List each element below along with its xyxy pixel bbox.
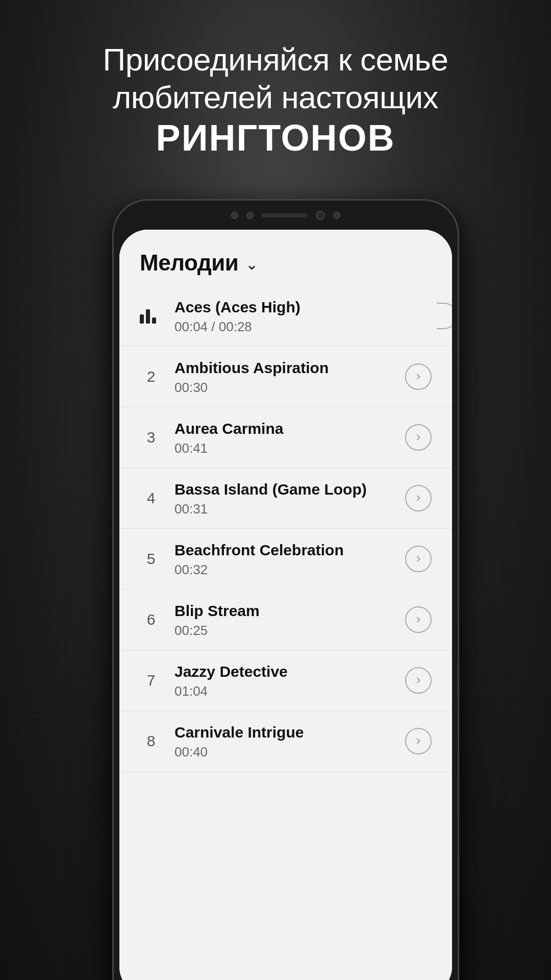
track-action[interactable]: [401, 667, 432, 694]
playing-icon: [140, 308, 162, 324]
track-info: Jazzy Detective 01:04: [162, 662, 401, 699]
track-action[interactable]: [401, 363, 432, 390]
play-button[interactable]: [405, 667, 432, 694]
track-duration: 00:25: [174, 623, 401, 639]
track-duration: 00:41: [174, 440, 401, 456]
bar1: [140, 314, 144, 324]
chevron-down-icon[interactable]: ⌄: [245, 255, 258, 273]
phone-outer: Мелодии ⌄ Aces (Aces High): [112, 199, 459, 980]
promo-section: Присоединяйся к семье любителей настоящи…: [0, 41, 551, 159]
track-duration: 00:04 / 00:28: [174, 319, 401, 335]
header-title-row[interactable]: Мелодии ⌄: [140, 250, 432, 276]
play-button[interactable]: [405, 424, 432, 451]
track-item[interactable]: 5 Beachfront Celebration 00:32: [119, 529, 452, 590]
track-info: Blip Stream 00:25: [162, 601, 401, 639]
play-button[interactable]: [405, 546, 432, 572]
track-number: 8: [140, 732, 162, 750]
track-item[interactable]: 3 Aurea Carmina 00:41: [119, 407, 452, 468]
track-info: Aces (Aces High) 00:04 / 00:28: [162, 297, 401, 335]
track-item[interactable]: 2 Ambitious Aspiration 00:30: [119, 347, 452, 407]
track-item[interactable]: 4 Bassa Island (Game Loop) 00:31: [119, 468, 452, 529]
speaker-bar: [262, 213, 308, 217]
play-button[interactable]: [405, 606, 432, 633]
track-number: 2: [140, 368, 162, 385]
camera-dot-right: [333, 212, 340, 219]
track-action[interactable]: [401, 606, 432, 633]
app-header: Мелодии ⌄: [119, 230, 452, 286]
play-button[interactable]: [405, 485, 432, 511]
track-duration: 01:04: [174, 683, 401, 699]
track-name: Blip Stream: [174, 601, 401, 621]
track-item[interactable]: 6 Blip Stream 00:25: [119, 590, 452, 650]
track-number: 4: [140, 489, 162, 507]
track-name: Ambitious Aspiration: [174, 358, 401, 378]
track-info: Carnivale Intrigue 00:40: [162, 722, 401, 760]
track-info: Aurea Carmina 00:41: [162, 419, 401, 456]
track-number: 5: [140, 550, 162, 568]
partial-action-button[interactable]: [437, 303, 452, 329]
track-duration: 00:30: [174, 380, 401, 396]
track-number: 3: [140, 429, 162, 446]
track-info: Bassa Island (Game Loop) 00:31: [162, 479, 401, 517]
front-camera: [316, 211, 325, 220]
camera-dot-main: [246, 212, 254, 219]
track-list: Aces (Aces High) 00:04 / 00:28 2 Ambitio…: [119, 286, 452, 772]
promo-line1: Присоединяйся к семье любителей настоящи…: [31, 41, 520, 117]
track-item[interactable]: Aces (Aces High) 00:04 / 00:28: [119, 286, 452, 347]
track-name: Aurea Carmina: [174, 419, 401, 438]
track-duration: 00:32: [174, 562, 401, 578]
bar3: [152, 317, 156, 324]
track-info: Ambitious Aspiration 00:30: [162, 358, 401, 396]
phone-screen: Мелодии ⌄ Aces (Aces High): [119, 230, 452, 980]
phone-notch: [194, 208, 378, 223]
app-content: Мелодии ⌄ Aces (Aces High): [119, 230, 452, 980]
track-number: 7: [140, 672, 162, 689]
track-action[interactable]: [401, 546, 432, 572]
track-action[interactable]: [401, 424, 432, 451]
track-name: Jazzy Detective: [174, 662, 401, 681]
track-action[interactable]: [401, 728, 432, 754]
track-name: Bassa Island (Game Loop): [174, 479, 401, 499]
track-item[interactable]: 7 Jazzy Detective 01:04: [119, 650, 452, 711]
phone-mockup: Мелодии ⌄ Aces (Aces High): [112, 199, 459, 980]
track-duration: 00:40: [174, 744, 401, 760]
track-item[interactable]: 8 Carnivale Intrigue 00:40: [119, 711, 452, 772]
bar2: [146, 309, 150, 324]
play-button[interactable]: [405, 728, 432, 754]
track-name: Beachfront Celebration: [174, 540, 401, 560]
track-info: Beachfront Celebration 00:32: [162, 540, 401, 578]
track-name: Aces (Aces High): [174, 297, 401, 317]
track-duration: 00:31: [174, 501, 401, 517]
promo-bold: РИНГТОНОВ: [31, 117, 520, 159]
play-button[interactable]: [405, 363, 432, 390]
track-name: Carnivale Intrigue: [174, 722, 401, 742]
track-action[interactable]: [401, 485, 432, 511]
app-title: Мелодии: [140, 250, 238, 276]
camera-dot-left: [231, 212, 238, 219]
track-number: 6: [140, 611, 162, 628]
